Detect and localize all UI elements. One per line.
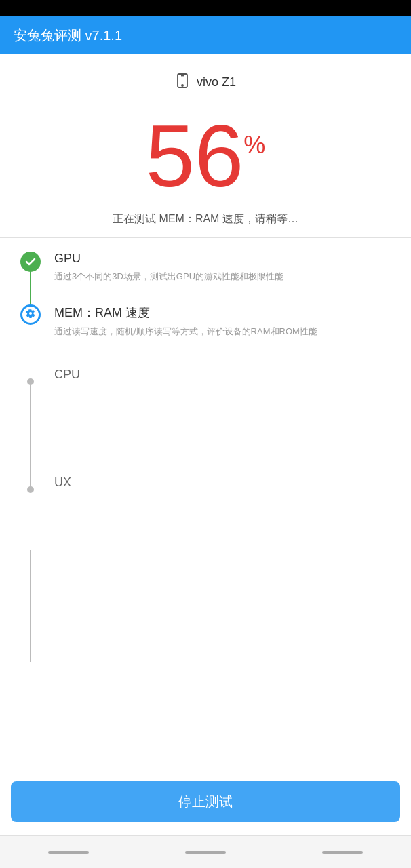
step-cpu-title: CPU (54, 368, 411, 382)
step-gpu-desc: 通过3个不同的3D场景，测试出GPU的游戏性能和极限性能 (54, 270, 411, 284)
phone-icon (175, 73, 190, 92)
step-mem: MEM：RAM 速度 通过读写速度，随机/顺序读写等方式，评价设备的RAM和RO… (14, 304, 411, 359)
percentage-section: 56 % (0, 98, 411, 207)
step-mem-title: MEM：RAM 速度 (54, 304, 411, 321)
device-name: vivo Z1 (197, 75, 236, 90)
nav-back[interactable] (48, 851, 89, 854)
step-gpu-content: GPU 通过3个不同的3D场景，测试出GPU的游戏性能和极限性能 (47, 252, 411, 304)
nav-home[interactable] (185, 851, 226, 854)
device-section: vivo Z1 (0, 54, 411, 98)
step-gpu: GPU 通过3个不同的3D场景，测试出GPU的游戏性能和极限性能 (14, 252, 411, 304)
step-gpu-indicator (14, 252, 47, 272)
step-mem-indicator (14, 304, 47, 325)
step-ux-title: UX (54, 475, 411, 490)
stop-button[interactable]: 停止测试 (11, 781, 400, 822)
step-mem-active-icon (20, 304, 41, 325)
toolbar: 安兔兔评测 v7.1.1 (0, 16, 411, 54)
steps-section: GPU 通过3个不同的3D场景，测试出GPU的游戏性能和极限性能 MEM：RAM… (0, 238, 411, 774)
connector-gray-1 (30, 380, 31, 492)
main-content: vivo Z1 56 % 正在测试 MEM：RAM 速度，请稍等… GPU (0, 54, 411, 835)
step-mem-content: MEM：RAM 速度 通过读写速度，随机/顺序读写等方式，评价设备的RAM和RO… (47, 304, 411, 359)
app-title: 安兔兔评测 v7.1.1 (14, 26, 122, 45)
svg-point-2 (182, 85, 183, 86)
nav-recents[interactable] (322, 851, 363, 854)
step-ux: UX (14, 474, 411, 514)
step-ux-pending-icon (27, 486, 34, 493)
step-gpu-title: GPU (54, 252, 411, 266)
step-ux-content: UX (47, 474, 411, 514)
step-cpu-content: CPU (47, 366, 411, 406)
step-gpu-done-icon (20, 252, 41, 272)
connector-gray-2 (30, 550, 31, 662)
progress-symbol: % (243, 131, 265, 159)
status-bar (0, 0, 411, 16)
step-mem-desc: 通过读写速度，随机/顺序读写等方式，评价设备的RAM和ROM性能 (54, 325, 411, 339)
step-cpu: CPU (14, 366, 411, 406)
bottom-nav (0, 835, 411, 868)
step-cpu-pending-icon (27, 378, 34, 385)
status-text: 正在测试 MEM：RAM 速度，请稍等… (0, 207, 411, 237)
gear-icon (26, 309, 35, 320)
progress-value: 56 (146, 112, 244, 200)
step-cpu-indicator (14, 366, 47, 385)
